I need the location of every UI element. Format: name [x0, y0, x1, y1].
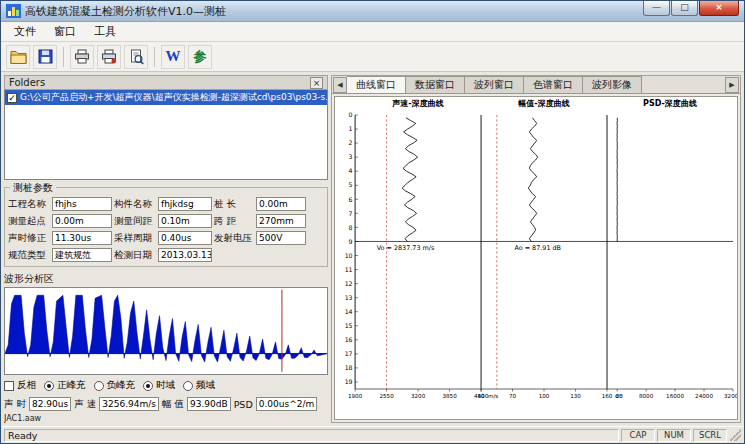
x-tick-label: 1900 — [348, 393, 363, 399]
maximize-button[interactable]: □ — [671, 1, 698, 16]
radio-label: 正峰充 — [57, 379, 86, 392]
word-export-button[interactable]: W — [161, 45, 185, 69]
waveform-box[interactable] — [4, 287, 328, 375]
x-axis-unit: m/s — [488, 393, 498, 399]
print-preview-button[interactable] — [97, 45, 121, 69]
window-title: 高铁建筑混凝土检测分析软件V1.0—测桩 — [25, 4, 226, 19]
tab-0[interactable]: 曲线窗口 — [347, 76, 406, 93]
chart-annotation: Ao = 87.91 dB — [514, 244, 561, 252]
menu-window[interactable]: 窗口 — [45, 22, 85, 41]
page-preview-icon — [129, 49, 144, 65]
print-icon — [74, 49, 90, 64]
data-curve — [402, 118, 417, 242]
status-cap: CAP — [621, 429, 655, 442]
param-field-7[interactable]: 0.40us — [158, 231, 212, 245]
save-button[interactable] — [33, 45, 57, 69]
folder-tree-item[interactable]: ✓G:\公司产品启动+开发\超声仪器\超声仪实操检测-超深测试cd\ps03\p… — [5, 90, 327, 105]
param-field-6[interactable]: 11.30us — [52, 231, 112, 245]
meas-value-1: 3256.94m/s — [99, 397, 159, 411]
param-field-4[interactable]: 0.10m — [158, 214, 212, 228]
status-text: Ready — [4, 429, 619, 442]
radio-label: 负峰充 — [107, 379, 136, 392]
chart-title: 声速-深度曲线 — [391, 98, 444, 108]
param-button[interactable]: 参 — [188, 45, 212, 69]
param-field-10[interactable]: 2013.03.13 — [158, 248, 212, 262]
menu-tools[interactable]: 工具 — [85, 22, 125, 41]
menu-file[interactable]: 文件 — [5, 22, 45, 41]
open-folder-button[interactable] — [6, 45, 30, 69]
radio-icon — [143, 381, 153, 391]
invert-label: 反相 — [17, 379, 36, 392]
depth-tick-label: 19 — [345, 378, 353, 385]
page-preview-button[interactable] — [124, 45, 148, 69]
depth-tick-label: 10 — [345, 252, 353, 259]
param-field-8[interactable]: 500V — [256, 231, 306, 245]
param-label-3: 测量起点 — [8, 215, 50, 228]
tabstrip: ◀曲线窗口数据窗口波列窗口色谱窗口波列影像▶ — [332, 76, 740, 94]
depth-tick-label: 3 — [349, 153, 353, 160]
depth-tick-label: 16 — [345, 336, 353, 343]
param-label-5: 跨 距 — [214, 215, 254, 228]
folders-list[interactable]: ✓G:\公司产品启动+开发\超声仪器\超声仪实操检测-超深测试cd\ps03\p… — [4, 90, 328, 180]
close-button[interactable]: × — [699, 1, 739, 16]
depth-tick-label: 2 — [349, 139, 353, 146]
param-field-5[interactable]: 270mm — [256, 214, 306, 228]
depth-tick-label: 14 — [345, 308, 353, 315]
meas-value-0: 82.90us — [29, 397, 71, 411]
folders-header: Folders × — [4, 75, 328, 90]
param-label-10: 检测日期 — [114, 249, 156, 262]
radio-icon — [44, 381, 54, 391]
statusbar: Ready CAPNUMSCRL — [1, 426, 744, 443]
param-label-1: 构件名称 — [114, 198, 156, 211]
meas-label-2: 幅 值 — [162, 398, 184, 411]
waveform-trace — [5, 296, 327, 363]
measurements-row: 声 时82.90us声 速3256.94m/s幅 值93.90dBPSD0.00… — [4, 397, 328, 411]
meas-label-1: 声 速 — [74, 398, 96, 411]
x-tick-label: 2550 — [379, 393, 394, 399]
print-button[interactable] — [70, 45, 94, 69]
tab-scroll-left-button[interactable]: ◀ — [333, 77, 347, 93]
invert-checkbox[interactable]: 反相 — [4, 379, 36, 392]
chart-title: 幅值-深度曲线 — [518, 98, 570, 108]
app-icon — [6, 4, 21, 18]
status-scrl: SCRL — [693, 429, 727, 442]
param-icon: 参 — [194, 48, 207, 66]
main-area: Folders × ✓G:\公司产品启动+开发\超声仪器\超声仪实操检测-超深测… — [1, 72, 744, 426]
param-field-3[interactable]: 0.00m — [52, 214, 112, 228]
chart-area: 012345678910111213141516171819声速-深度曲线190… — [334, 96, 738, 420]
resize-grip[interactable] — [729, 429, 741, 441]
open-folder-icon — [10, 49, 27, 64]
radio-option-3[interactable]: 频域 — [183, 379, 215, 392]
x-tick-label: 16000 — [666, 393, 684, 399]
tab-3[interactable]: 色谱窗口 — [524, 76, 583, 93]
param-field-0[interactable]: fhjhs — [52, 197, 112, 211]
param-field-2[interactable]: 0.00m — [256, 197, 306, 211]
checkbox-icon — [4, 381, 14, 391]
depth-tick-label: 13 — [345, 294, 353, 301]
tab-1[interactable]: 数据窗口 — [406, 76, 465, 93]
radio-option-2[interactable]: 时域 — [143, 379, 175, 392]
radio-option-0[interactable]: 正峰充 — [44, 379, 86, 392]
app-window: 高铁建筑混凝土检测分析软件V1.0—测桩 —□× 文件窗口工具 W参 Folde… — [0, 0, 745, 444]
param-field-9[interactable]: 建筑规范 — [52, 248, 112, 262]
status-indicators: CAPNUMSCRL — [621, 429, 727, 442]
tab-2[interactable]: 波列窗口 — [465, 76, 524, 93]
minimize-button[interactable]: — — [643, 1, 670, 16]
param-label-0: 工程名称 — [8, 198, 50, 211]
tree-item-label: G:\公司产品启动+开发\超声仪器\超声仪实操检测-超深测试cd\ps03\ps… — [20, 91, 327, 104]
x-tick-label: 24000 — [695, 393, 713, 399]
checkbox-icon[interactable]: ✓ — [7, 93, 17, 103]
param-field-1[interactable]: fhjkdsg — [158, 197, 212, 211]
radio-option-1[interactable]: 负峰充 — [94, 379, 136, 392]
tab-4[interactable]: 波列影像 — [583, 76, 642, 93]
folders-close-button[interactable]: × — [310, 77, 323, 89]
depth-tick-label: 4 — [349, 167, 353, 174]
depth-tick-label: 5 — [349, 181, 353, 188]
param-label-8: 发射电压 — [214, 232, 254, 245]
titlebar[interactable]: 高铁建筑混凝土检测分析软件V1.0—测桩 —□× — [1, 1, 744, 22]
menubar: 文件窗口工具 — [1, 22, 744, 42]
tab-scroll-right-button[interactable]: ▶ — [725, 77, 739, 93]
depth-tick-label: 7 — [349, 210, 353, 217]
wave-controls: 反相正峰充负峰充时域频域 — [4, 379, 328, 392]
x-tick-label: 3850 — [442, 393, 457, 399]
